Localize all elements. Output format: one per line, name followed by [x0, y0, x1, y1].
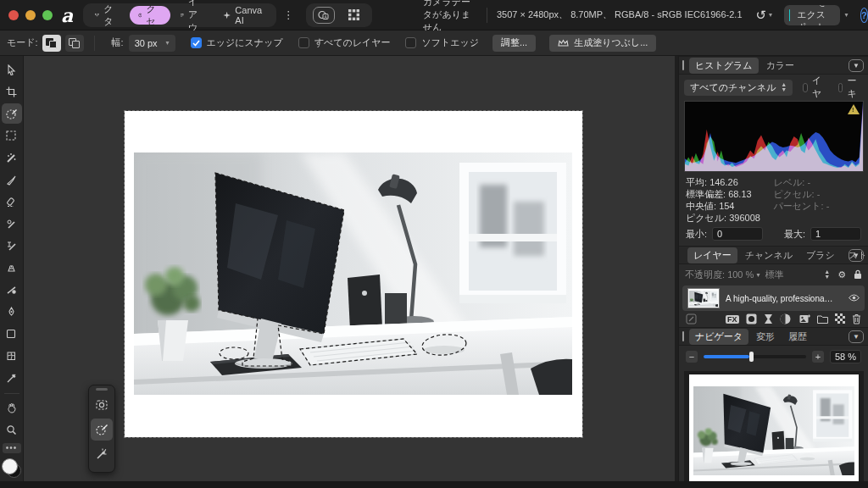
tab-history[interactable]: 履歴	[782, 329, 813, 345]
stock-photo-layer[interactable]	[134, 152, 572, 395]
export-png-button[interactable]: PNGをエクスポート	[784, 5, 839, 25]
zoom-in-button[interactable]: +	[812, 351, 824, 363]
selection-brush-tool-icon[interactable]	[2, 103, 22, 124]
affinity-photo-window: a ベクター ピクセル レイアウト Canva AI ⋮ A	[0, 0, 868, 488]
canvas-area[interactable]	[24, 56, 675, 488]
new-pattern-layer-icon[interactable]	[835, 313, 845, 325]
marquee-tool-icon[interactable]	[2, 125, 22, 146]
edit-mask-icon[interactable]	[686, 313, 697, 326]
mask-icon[interactable]	[780, 313, 791, 326]
brush-width-field[interactable]: 30 px ▾	[129, 35, 175, 52]
pen-tool-icon[interactable]	[2, 302, 22, 322]
paint-brush-tool-icon[interactable]	[2, 169, 22, 190]
tab-vector-persona[interactable]: ベクター	[86, 6, 127, 25]
zoom-slider-thumb[interactable]	[749, 352, 754, 362]
delete-layer-trash-icon[interactable]	[852, 313, 861, 326]
affinity-logo-icon: a	[61, 4, 73, 26]
more-personas-icon[interactable]: ⋮	[283, 11, 294, 19]
tab-transform[interactable]: 変形	[750, 329, 781, 345]
tab-layout-persona[interactable]: レイアウト	[172, 6, 213, 25]
soft-edges-checkbox[interactable]: ソフトエッジ	[405, 36, 479, 49]
color-picker-tool-icon[interactable]	[2, 368, 22, 388]
dodge-brush-tool-icon[interactable]	[2, 214, 22, 234]
inpainting-brush-tool-icon[interactable]	[2, 147, 22, 168]
tab-brushes[interactable]: ブラシ	[800, 247, 841, 263]
view-tool-icon[interactable]	[2, 397, 22, 418]
stat-label: パーセント:	[774, 201, 824, 211]
new-group-folder-icon[interactable]	[817, 314, 828, 325]
color-swatch[interactable]	[2, 458, 22, 479]
flood-select-icon[interactable]	[91, 443, 113, 465]
zoom-tool-icon[interactable]	[2, 419, 22, 440]
snap-to-edges-checkbox[interactable]: エッジにスナップ	[191, 36, 283, 49]
blend-mode-value[interactable]: 標準	[765, 269, 784, 281]
crop-tool-icon[interactable]	[2, 81, 22, 102]
help-button[interactable]: ?	[860, 8, 868, 23]
tab-layers[interactable]: レイヤー	[687, 247, 737, 263]
new-image-layer-icon[interactable]	[799, 313, 810, 326]
live-filter-icon[interactable]	[764, 313, 773, 326]
sparkle-icon	[223, 10, 231, 20]
tab-color[interactable]: カラー	[760, 58, 801, 74]
clone-stamp-tool-icon[interactable]	[2, 258, 22, 278]
zoom-window-button[interactable]	[42, 10, 53, 20]
move-tool-icon[interactable]	[2, 59, 22, 80]
channel-selector[interactable]: すべてのチャンネル ▲▼	[684, 80, 793, 96]
smart-selection-brush-icon[interactable]	[91, 394, 113, 416]
selection-brush-icon[interactable]	[91, 419, 113, 441]
adjustment-icon[interactable]	[746, 313, 757, 326]
studio-grid-icon[interactable]	[343, 7, 365, 24]
generative-fill-button[interactable]: 生成塗りつぶし...	[549, 35, 656, 52]
more-tools-button[interactable]: •••	[3, 443, 21, 453]
history-dropdown[interactable]: ↺ ▾	[756, 8, 773, 23]
gear-icon[interactable]: ⚙	[837, 269, 846, 280]
export-label: PNGをエクスポート	[797, 5, 831, 25]
selection-mode-add-button[interactable]	[42, 35, 61, 52]
healing-brush-tool-icon[interactable]	[2, 280, 22, 300]
refine-button[interactable]: 調整...	[492, 35, 536, 52]
drag-handle[interactable]	[96, 388, 108, 391]
min-input[interactable]: 0	[712, 227, 763, 241]
selection-mode-subtract-button[interactable]	[65, 35, 84, 52]
selection-tools-flyout[interactable]	[88, 385, 115, 473]
navigator-preview[interactable]	[684, 371, 864, 488]
layers-panel-header: レイヤー チャンネル ブラシ ストック ▼	[679, 246, 868, 264]
panel-grip[interactable]	[682, 331, 684, 341]
layer-visibility-eye-icon[interactable]	[849, 293, 860, 303]
panel-grip[interactable]	[682, 60, 684, 70]
zoom-out-button[interactable]: −	[686, 351, 698, 363]
rectangle-tool-icon[interactable]	[2, 324, 22, 344]
tab-channels[interactable]: チャンネル	[739, 247, 798, 263]
layer-thumbnail[interactable]	[687, 288, 720, 308]
close-window-button[interactable]	[8, 10, 19, 20]
stat-label: ピクセル:	[686, 213, 726, 223]
minimize-window-button[interactable]	[25, 10, 36, 20]
tab-histogram[interactable]: ヒストグラム	[689, 58, 759, 74]
burn-brush-tool-icon[interactable]	[2, 236, 22, 256]
chevron-down-icon[interactable]: ▾	[756, 271, 760, 279]
panel-collapse-button[interactable]: ▼	[849, 59, 864, 72]
export-options-chevron-icon[interactable]: ▾	[845, 11, 849, 19]
assistant-icon[interactable]: A	[313, 7, 335, 24]
histogram-range-row: 最小: 0 最大: 1	[679, 224, 868, 246]
tab-navigator[interactable]: ナビゲータ	[689, 329, 748, 345]
panel-collapse-button[interactable]: ▼	[849, 330, 864, 343]
layer-effects-icon[interactable]: FX	[726, 315, 739, 324]
document-page[interactable]	[125, 111, 582, 437]
divider	[4, 393, 19, 394]
crown-icon	[558, 39, 569, 47]
lock-icon[interactable]	[854, 269, 862, 280]
mesh-warp-tool-icon[interactable]	[2, 346, 22, 366]
layer-row[interactable]: A high-quality, professional stock pho..…	[682, 286, 865, 311]
erase-brush-tool-icon[interactable]	[2, 191, 22, 212]
tab-canva-ai-persona[interactable]: Canva AI	[214, 6, 273, 25]
zoom-percentage[interactable]: 58 %	[830, 350, 861, 363]
stepper-icon[interactable]: ▲▼	[824, 269, 830, 280]
opacity-value[interactable]: 100 %	[727, 269, 754, 280]
tab-pixel-persona[interactable]: ピクセル	[130, 6, 170, 25]
all-layers-checkbox[interactable]: すべてのレイヤー	[298, 36, 391, 49]
zoom-slider[interactable]	[704, 355, 806, 358]
panel-collapse-button[interactable]: ▼	[849, 249, 864, 262]
max-input[interactable]: 1	[810, 227, 861, 241]
opacity-label: 不透明度:	[685, 269, 725, 281]
